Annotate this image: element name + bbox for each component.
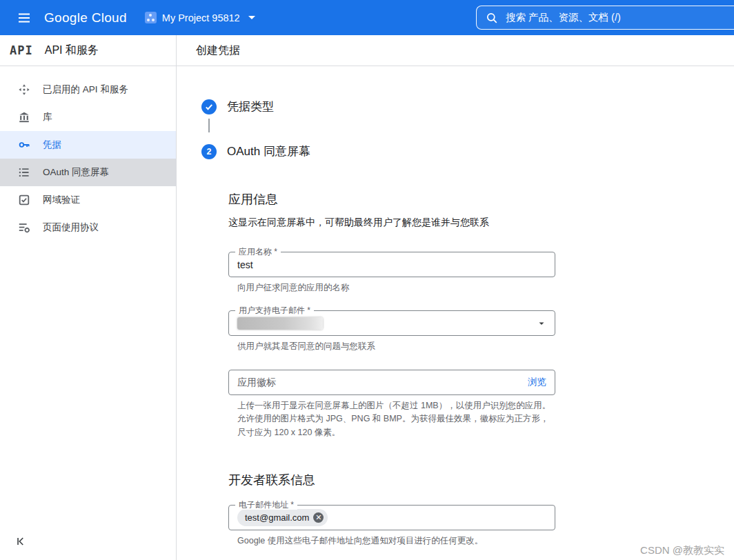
sidebar-item-label: 凭据 xyxy=(43,139,61,151)
app-info-subtitle: 这显示在同意屏幕中，可帮助最终用户了解您是谁并与您联系 xyxy=(228,217,587,229)
key-icon xyxy=(18,139,30,151)
search-placeholder: 搜索 产品、资源、文档 (/) xyxy=(506,11,621,24)
sidebar-header: API API 和服务 xyxy=(0,35,176,66)
sidebar-item-label: 网域验证 xyxy=(43,194,80,206)
csdn-watermark: CSDN @教教实实 xyxy=(640,544,724,557)
main-panel: 创建凭据 凭据类型 2 OAuth 同意屏幕 应用信息 这显示在 xyxy=(177,35,734,560)
sidebar-title: API 和服务 xyxy=(45,43,99,58)
oauth-consent-form: 应用信息 这显示在同意屏幕中，可帮助最终用户了解您是谁并与您联系 应用名称 * … xyxy=(228,191,587,560)
email-chip-text: test@gmail.com xyxy=(245,512,309,523)
create-credentials-content: 凭据类型 2 OAuth 同意屏幕 应用信息 这显示在同意屏幕中，可帮助最终用户… xyxy=(177,66,734,560)
app-name-helper: 向用户征求同意的应用的名称 xyxy=(237,281,556,294)
app-name-label: 应用名称 * xyxy=(235,248,281,257)
collapse-sidebar-button[interactable] xyxy=(12,532,30,550)
chip-remove-icon[interactable]: ✕ xyxy=(313,512,324,523)
step-credential-type[interactable]: 凭据类型 xyxy=(201,99,734,114)
menu-icon[interactable] xyxy=(12,6,36,30)
page-title: 创建凭据 xyxy=(177,35,734,66)
sidebar-item-page-usage-agreements[interactable]: 页面使用协议 xyxy=(0,214,176,241)
top-app-bar: Google Cloud My Project 95812 搜索 产品、资源、文… xyxy=(0,0,734,35)
stepper-connector-line xyxy=(208,119,210,132)
step1-title: 凭据类型 xyxy=(227,99,274,114)
developer-contact-heading: 开发者联系信息 xyxy=(228,472,587,488)
sidebar-item-credentials[interactable]: 凭据 xyxy=(0,131,176,159)
app-name-input[interactable] xyxy=(237,259,546,270)
enabled-apis-icon xyxy=(18,83,30,96)
step1-check-icon xyxy=(201,99,217,114)
email-chip[interactable]: test@gmail.com ✕ xyxy=(237,509,328,526)
oauth-consent-icon xyxy=(18,166,30,179)
support-email-group: 用户支持电子邮件 * 供用户就其是否同意的问题与您联系 xyxy=(228,310,587,353)
support-email-select[interactable]: 用户支持电子邮件 * xyxy=(228,310,555,336)
search-input[interactable]: 搜索 产品、资源、文档 (/) xyxy=(476,6,734,30)
list-gear-icon xyxy=(18,221,30,234)
chevron-down-icon xyxy=(248,16,255,19)
support-email-helper: 供用户就其是否同意的问题与您联系 xyxy=(237,340,556,353)
sidebar-item-domain-verification[interactable]: 网域验证 xyxy=(0,186,176,214)
step2-title: OAuth 同意屏幕 xyxy=(227,143,310,159)
redacted-support-email-value xyxy=(237,317,323,330)
app-name-group: 应用名称 * 向用户征求同意的应用的名称 xyxy=(228,252,587,294)
google-cloud-logo[interactable]: Google Cloud xyxy=(44,10,127,26)
app-name-field[interactable]: 应用名称 * xyxy=(228,252,555,277)
sidebar-item-label: 页面使用协议 xyxy=(43,221,99,234)
app-info-heading: 应用信息 xyxy=(228,191,587,208)
contact-email-helper: Google 使用这些电子邮件地址向您通知对项目进行的任何更改。 xyxy=(237,534,556,548)
sidebar: API API 和服务 已启用的 API 和服务 库 xyxy=(0,35,177,560)
api-services-logo: API xyxy=(10,43,33,57)
gcp-console-screen: Google Cloud My Project 95812 搜索 产品、资源、文… xyxy=(0,0,734,560)
app-logo-input[interactable] xyxy=(237,377,528,388)
collapse-chevron-icon xyxy=(15,535,28,548)
step2-number-badge: 2 xyxy=(201,144,217,159)
sidebar-item-label: 已启用的 API 和服务 xyxy=(43,83,128,96)
app-logo-field[interactable]: 浏览 xyxy=(228,370,555,395)
support-email-label: 用户支持电子邮件 * xyxy=(235,306,314,315)
sidebar-nav: 已启用的 API 和服务 库 凭据 xyxy=(0,66,176,241)
search-icon xyxy=(486,12,497,23)
library-icon xyxy=(18,111,30,123)
hamburger-icon xyxy=(18,12,30,24)
sidebar-item-library[interactable]: 库 xyxy=(0,103,176,131)
project-selector[interactable]: My Project 95812 xyxy=(145,12,255,23)
browse-button[interactable]: 浏览 xyxy=(528,376,546,388)
contact-email-label: 电子邮件地址 * xyxy=(235,501,297,510)
contact-email-field[interactable]: 电子邮件地址 * test@gmail.com ✕ xyxy=(228,505,555,530)
step-oauth-consent[interactable]: 2 OAuth 同意屏幕 xyxy=(201,143,734,159)
app-logo-helper: 上传一张用于显示在同意屏幕上的图片（不超过 1MB），以使用户识别您的应用。允许… xyxy=(237,399,556,439)
sidebar-item-oauth-consent[interactable]: OAuth 同意屏幕 xyxy=(0,159,176,186)
sidebar-item-enabled-apis[interactable]: 已启用的 API 和服务 xyxy=(0,76,176,103)
contact-email-group: 电子邮件地址 * test@gmail.com ✕ Google 使用这些电子邮… xyxy=(228,505,587,548)
project-name: My Project 95812 xyxy=(162,12,240,23)
checkbox-check-icon xyxy=(18,194,30,206)
app-logo-group: 浏览 上传一张用于显示在同意屏幕上的图片（不超过 1MB），以使用户识别您的应用… xyxy=(228,370,587,439)
sidebar-item-label: OAuth 同意屏幕 xyxy=(43,166,109,179)
sidebar-item-label: 库 xyxy=(43,111,52,123)
project-icon xyxy=(145,12,157,23)
dropdown-arrow-icon[interactable] xyxy=(537,319,546,328)
